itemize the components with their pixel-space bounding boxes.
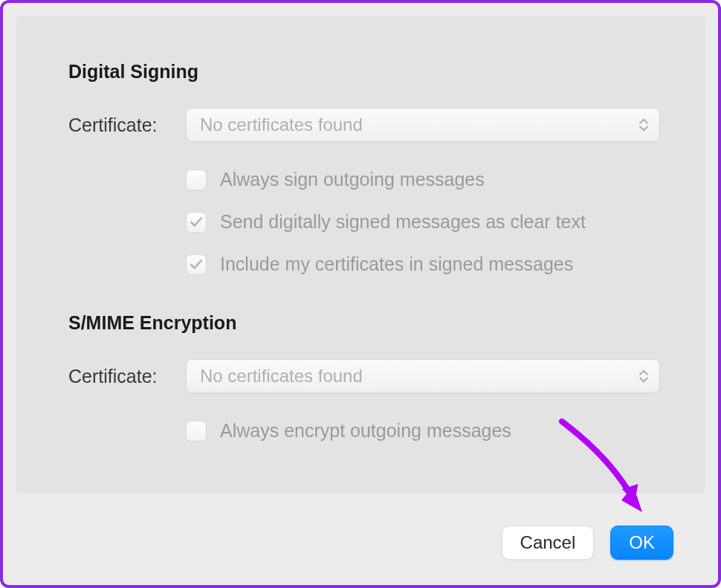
encryption-certificate-value: No certificates found [200, 366, 363, 387]
cancel-button[interactable]: Cancel [502, 526, 595, 560]
always-encrypt-row: Always encrypt outgoing messages [186, 420, 660, 442]
chevron-up-down-icon [638, 368, 649, 384]
signing-certificate-label: Certificate: [68, 114, 186, 136]
include-certs-label: Include my certificates in signed messag… [220, 253, 573, 275]
digital-signing-heading: Digital Signing [68, 61, 660, 83]
ok-button[interactable]: OK [610, 526, 673, 560]
include-certs-checkbox[interactable] [186, 254, 207, 275]
encryption-certificate-row: Certificate: No certificates found [68, 359, 660, 393]
checkmark-icon [190, 216, 203, 229]
send-clear-text-checkbox[interactable] [186, 212, 207, 233]
send-clear-text-label: Send digitally signed messages as clear … [220, 211, 586, 233]
always-sign-row: Always sign outgoing messages [186, 169, 660, 190]
dialog-window: Digital Signing Certificate: No certific… [0, 0, 721, 588]
smime-encryption-heading: S/MIME Encryption [68, 312, 660, 334]
signing-certificate-value: No certificates found [200, 114, 363, 135]
encryption-certificate-label: Certificate: [68, 366, 186, 387]
chevron-up-down-icon [638, 117, 649, 133]
checkmark-icon [190, 258, 203, 271]
settings-panel: Digital Signing Certificate: No certific… [16, 16, 705, 494]
signing-certificate-row: Certificate: No certificates found [68, 108, 660, 142]
dialog-footer: Cancel OK [502, 526, 673, 560]
include-certs-row: Include my certificates in signed messag… [186, 253, 660, 275]
always-encrypt-label: Always encrypt outgoing messages [220, 420, 511, 442]
send-clear-text-row: Send digitally signed messages as clear … [186, 211, 660, 233]
encryption-certificate-dropdown[interactable]: No certificates found [186, 359, 660, 393]
always-encrypt-checkbox[interactable] [186, 421, 207, 442]
signing-certificate-dropdown[interactable]: No certificates found [186, 108, 660, 142]
always-sign-checkbox[interactable] [186, 169, 207, 190]
always-sign-label: Always sign outgoing messages [220, 169, 485, 190]
